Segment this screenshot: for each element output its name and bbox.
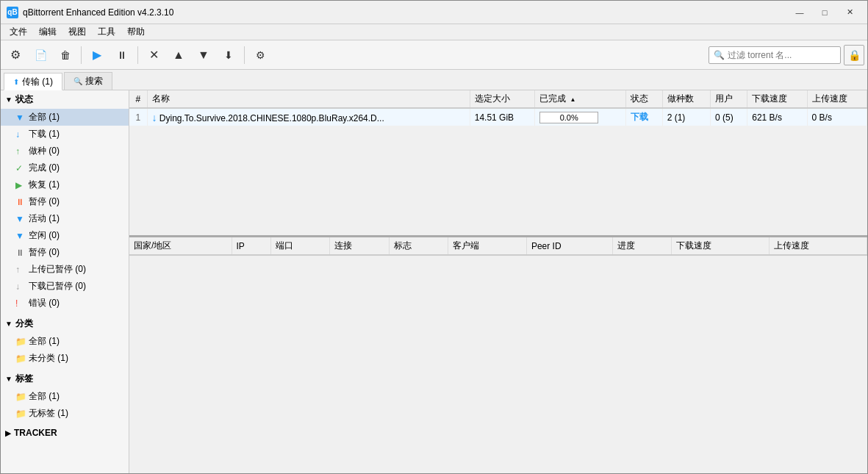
tabs-bar: ⬆ 传输 (1) 🔍 搜索 (1, 70, 867, 90)
sidebar-item-completed[interactable]: ✓ 完成 (0) (1, 159, 129, 176)
sidebar-item-downloading-label: 下载 (1) (29, 128, 60, 140)
torrent-progress: 0.0% (535, 108, 626, 126)
peers-panel[interactable]: 国家/地区 IP 端口 连接 标志 (129, 237, 867, 473)
menu-tools[interactable]: 工具 (92, 24, 121, 40)
sidebar-item-paused[interactable]: ⏸ 暂停 (0) (1, 193, 129, 210)
resumed-icon: ▶ (15, 180, 26, 190)
peers-col-dl-speed[interactable]: 下载速度 (672, 237, 770, 255)
sidebar-item-all[interactable]: ▼ 全部 (1) (1, 109, 129, 126)
close-button[interactable]: ✕ (838, 5, 861, 20)
progress-text: 0.0% (540, 113, 598, 122)
transmission-tab[interactable]: ⬆ 传输 (1) (4, 73, 62, 90)
sidebar-item-error[interactable]: ! 错误 (0) (1, 295, 129, 312)
toolbar-separator-1 (81, 46, 82, 64)
sidebar-item-upload-paused-label: 上传已暂停 (0) (29, 263, 86, 276)
lock-icon: 🔒 (848, 49, 861, 61)
move-bottom-button[interactable]: ⬇ (217, 43, 240, 67)
peers-col-country[interactable]: 国家/地区 (129, 237, 232, 255)
move-bottom-icon: ⬇ (224, 49, 233, 61)
peers-col-progress[interactable]: 进度 (612, 237, 672, 255)
status-collapse-icon: ▼ (5, 96, 12, 104)
search-tab[interactable]: 🔍 搜索 (64, 72, 112, 90)
options-button[interactable]: ⚙ (248, 43, 272, 67)
col-progress[interactable]: 已完成 ▲ (535, 90, 626, 108)
priority-down-button[interactable]: ▼ (192, 43, 215, 67)
sidebar-item-idle[interactable]: ▼ 空闲 (0) (1, 227, 129, 244)
tag-collapse-icon: ▼ (5, 375, 12, 383)
active-icon: ▼ (15, 214, 26, 224)
peers-col-ip[interactable]: IP (232, 237, 270, 255)
delete-torrent-button[interactable]: 🗑 (54, 43, 77, 67)
sidebar-item-seeding-label: 做种 (0) (29, 145, 60, 157)
sidebar-item-active-label: 活动 (1) (29, 212, 60, 225)
category-section-label: 分类 (15, 317, 33, 330)
sidebar-item-seeding[interactable]: ↑ 做种 (0) (1, 143, 129, 159)
menu-edit[interactable]: 编辑 (33, 24, 62, 40)
col-name[interactable]: 名称 (147, 90, 470, 108)
peers-col-connection[interactable]: 连接 (330, 237, 390, 255)
torrent-table-header: # 名称 选定大小 已完成 ▲ 状态 (129, 90, 867, 108)
col-num[interactable]: # (129, 90, 147, 108)
sidebar-item-active[interactable]: ▼ 活动 (1) (1, 210, 129, 227)
paused-icon: ⏸ (15, 197, 26, 207)
col-ul-speed[interactable]: 上传速度 (807, 90, 867, 108)
maximize-button[interactable]: □ (813, 5, 836, 20)
idle-icon: ▼ (15, 231, 26, 241)
category-section-header[interactable]: ▼ 分类 (1, 315, 129, 333)
sidebar-item-resumed[interactable]: ▶ 恢复 (1) (1, 176, 129, 193)
peers-col-peerid[interactable]: Peer ID (526, 237, 612, 255)
move-up-button[interactable]: ✕ (142, 43, 165, 67)
filter-input[interactable] (728, 50, 831, 60)
pause-button[interactable]: ⏸ (110, 43, 134, 67)
menu-file[interactable]: 文件 (4, 24, 33, 40)
col-peers[interactable]: 用户 (710, 90, 747, 108)
peers-col-flags[interactable]: 标志 (389, 237, 448, 255)
cat-all-icon: 📁 (15, 337, 26, 347)
add-torrent-file-button[interactable]: 📄 (29, 43, 52, 67)
status-section-header[interactable]: ▼ 状态 (1, 90, 129, 109)
move-up-icon: ✕ (149, 48, 159, 62)
lock-button[interactable]: 🔒 (844, 45, 864, 65)
window-title: qBittorrent Enhanced Edition v4.2.3.10 (23, 7, 788, 18)
sidebar-item-stopped[interactable]: ⏸ 暂停 (0) (1, 244, 129, 261)
resume-button[interactable]: ▶ (85, 43, 109, 67)
sidebar-item-downloading[interactable]: ↓ 下载 (1) (1, 126, 129, 143)
peers-col-client[interactable]: 客户端 (448, 237, 527, 255)
sidebar-item-cat-uncat[interactable]: 📁 未分类 (1) (1, 350, 129, 367)
tracker-section-header[interactable]: ▶ TRACKER (1, 425, 129, 441)
sidebar-item-stopped-label: 暂停 (0) (29, 246, 60, 259)
downloading-icon: ↓ (15, 129, 26, 140)
peers-table-header: 国家/地区 IP 端口 连接 标志 (129, 237, 867, 255)
tag-section-header[interactable]: ▼ 标签 (1, 370, 129, 388)
sidebar-item-tag-all[interactable]: 📁 全部 (1) (1, 388, 129, 405)
sidebar-item-cat-all[interactable]: 📁 全部 (1) (1, 333, 129, 350)
priority-down-icon: ▼ (198, 49, 209, 62)
menu-help[interactable]: 帮助 (121, 24, 151, 40)
col-dl-speed[interactable]: 下载速度 (747, 90, 807, 108)
col-size[interactable]: 选定大小 (470, 90, 535, 108)
minimize-button[interactable]: — (788, 5, 811, 20)
torrent-row[interactable]: 1 ↓ Dying.To.Survive.2018.CHINESE.1080p.… (129, 108, 867, 126)
sidebar-item-tag-none[interactable]: 📁 无标签 (1) (1, 405, 129, 422)
resume-icon: ▶ (93, 48, 101, 62)
sidebar-item-cat-all-label: 全部 (1) (29, 335, 60, 348)
col-status[interactable]: 状态 (626, 90, 662, 108)
sidebar-item-error-label: 错误 (0) (29, 297, 60, 309)
col-seeds[interactable]: 做种数 (662, 90, 710, 108)
torrent-name: ↓ Dying.To.Survive.2018.CHINESE.1080p.Bl… (147, 108, 470, 126)
menu-view[interactable]: 视图 (62, 24, 92, 40)
sidebar-item-download-paused[interactable]: ↓ 下载已暂停 (0) (1, 278, 129, 295)
filter-all-icon: ▼ (15, 112, 26, 123)
torrent-table: # 名称 选定大小 已完成 ▲ 状态 (129, 90, 867, 126)
sidebar-item-upload-paused[interactable]: ↑ 上传已暂停 (0) (1, 261, 129, 278)
priority-up-button[interactable]: ▲ (167, 43, 190, 67)
torrent-list[interactable]: # 名称 选定大小 已完成 ▲ 状态 (129, 90, 867, 237)
transmission-tab-label: 传输 (1) (22, 76, 53, 88)
window-controls: — □ ✕ (788, 5, 861, 20)
peers-col-port[interactable]: 端口 (270, 237, 330, 255)
menu-bar: 文件 编辑 视图 工具 帮助 (1, 24, 867, 40)
add-torrent-link-button[interactable]: ⚙ (4, 43, 27, 67)
peers-col-ul-speed[interactable]: 上传速度 (770, 237, 867, 255)
upload-paused-icon: ↑ (15, 265, 26, 275)
sidebar-resize-handle[interactable] (126, 90, 129, 473)
